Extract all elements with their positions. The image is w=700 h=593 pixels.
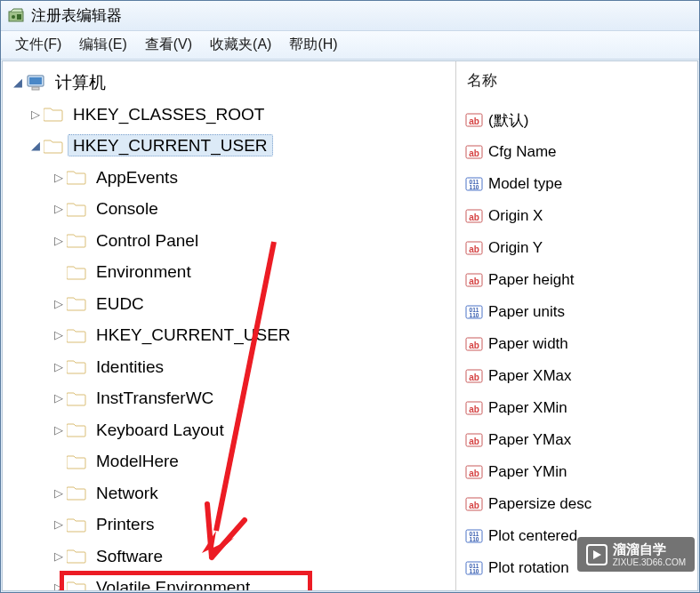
- menu-file[interactable]: 文件(F): [6, 32, 70, 58]
- value-item[interactable]: Cfg Name: [456, 136, 697, 168]
- tree-node-appevents[interactable]: ▷AppEvents: [6, 162, 455, 194]
- tree-label: Keyboard Layout: [91, 419, 229, 441]
- value-item[interactable]: Paper YMax: [456, 424, 697, 456]
- expander-icon[interactable]: ▷: [52, 487, 65, 499]
- tree-node-environment[interactable]: Environment: [6, 256, 455, 288]
- expander-icon[interactable]: ▷: [52, 298, 65, 309]
- tree-node-software[interactable]: ▷Software: [6, 541, 455, 573]
- value-item[interactable]: Paper YMin: [456, 456, 697, 488]
- folder-icon: [67, 358, 86, 374]
- value-name: Origin Y: [488, 239, 543, 257]
- folder-icon: [67, 517, 86, 533]
- tree-label: Volatile Environment: [91, 576, 255, 590]
- folder-icon: [44, 106, 63, 122]
- svg-rect-10: [17, 14, 21, 20]
- menu-edit[interactable]: 编辑(E): [70, 32, 135, 58]
- expander-icon[interactable]: ◢: [12, 76, 24, 88]
- tree-node-eudc[interactable]: ▷EUDC: [6, 288, 455, 320]
- expander-icon[interactable]: ▷: [52, 518, 65, 530]
- tree-node-hkcu2[interactable]: ▷HKEY_CURRENT_USER: [6, 319, 455, 351]
- tree-label: InstTransferWC: [91, 387, 219, 409]
- menu-favorites[interactable]: 收藏夹(A): [201, 32, 280, 58]
- tree-node-identities[interactable]: ▷Identities: [6, 351, 455, 383]
- svg-point-9: [12, 15, 15, 19]
- tree-node-network[interactable]: ▷Network: [6, 477, 455, 509]
- tree-label: HKEY_CLASSES_ROOT: [68, 103, 270, 125]
- expander-icon[interactable]: ▷: [52, 392, 65, 404]
- column-header-name[interactable]: 名称: [456, 67, 697, 99]
- tree-node-insttransfer[interactable]: ▷InstTransferWC: [6, 382, 455, 414]
- folder-icon: [67, 485, 86, 501]
- regedit-window: 注册表编辑器 文件(F) 编辑(E) 查看(V) 收藏夹(A) 帮助(H) ◢ …: [0, 0, 700, 593]
- folder-icon: [67, 295, 86, 311]
- value-item[interactable]: Paper XMax: [456, 360, 697, 392]
- value-name: Plot centered: [488, 527, 577, 545]
- tree-node-computer[interactable]: ◢ 计算机: [6, 67, 455, 99]
- watermark-text: 溜溜自学: [613, 541, 686, 557]
- values-pane[interactable]: 名称 (默认)Cfg NameModel typeOrigin XOrigin …: [456, 61, 697, 590]
- binary-value-icon: [465, 527, 483, 545]
- folder-icon: [67, 453, 86, 469]
- string-value-icon: [465, 431, 483, 449]
- expander-icon[interactable]: ▷: [52, 361, 65, 373]
- value-name: Plot rotation: [488, 559, 569, 577]
- expander-icon[interactable]: ▷: [52, 203, 65, 214]
- value-item[interactable]: Model type: [456, 168, 697, 200]
- binary-value-icon: [465, 559, 483, 577]
- string-value-icon: [465, 111, 483, 129]
- window-title: 注册表编辑器: [31, 5, 122, 26]
- tree-node-console[interactable]: ▷Console: [6, 193, 455, 225]
- expander-icon[interactable]: ▷: [52, 581, 65, 590]
- tree-node-controlpanel[interactable]: ▷Control Panel: [6, 225, 455, 257]
- tree-pane[interactable]: ◢ 计算机 ▷ HKEY_CLASSES_ROOT ◢ HKEY_CURRENT…: [3, 61, 456, 590]
- value-item[interactable]: Paper units: [456, 296, 697, 328]
- play-icon: [586, 544, 607, 565]
- titlebar[interactable]: 注册表编辑器: [1, 1, 699, 31]
- value-name: (默认): [488, 110, 528, 131]
- value-item[interactable]: Paper width: [456, 328, 697, 360]
- expander-icon[interactable]: ▷: [52, 550, 65, 562]
- tree-node-hkcu[interactable]: ◢ HKEY_CURRENT_USER: [6, 130, 455, 162]
- watermark-url: ZIXUE.3D66.COM: [613, 557, 686, 568]
- string-value-icon: [465, 207, 483, 225]
- value-item[interactable]: Origin Y: [456, 232, 697, 264]
- menu-help[interactable]: 帮助(H): [280, 32, 346, 58]
- folder-icon: [67, 201, 86, 217]
- expander-icon[interactable]: ▷: [52, 424, 65, 436]
- tree-label: HKEY_CURRENT_USER: [68, 134, 273, 156]
- tree-node-modelhere[interactable]: ModelHere: [6, 445, 455, 477]
- expander-icon[interactable]: ▷: [29, 108, 42, 120]
- string-value-icon: [465, 463, 483, 481]
- expander-icon[interactable]: ▷: [52, 172, 65, 183]
- value-name: Papersize desc: [488, 495, 591, 513]
- value-name: Paper width: [488, 335, 568, 353]
- content-area: ◢ 计算机 ▷ HKEY_CLASSES_ROOT ◢ HKEY_CURRENT…: [2, 60, 698, 591]
- tree-label: Printers: [91, 513, 159, 535]
- value-name: Cfg Name: [488, 143, 557, 161]
- value-item[interactable]: Paper height: [456, 264, 697, 296]
- menu-view[interactable]: 查看(V): [136, 32, 201, 58]
- app-icon: [8, 8, 24, 24]
- value-name: Paper units: [488, 303, 565, 321]
- tree-node-hkcr[interactable]: ▷ HKEY_CLASSES_ROOT: [6, 99, 455, 131]
- value-item[interactable]: Papersize desc: [456, 488, 697, 520]
- expander-icon[interactable]: ◢: [29, 140, 42, 151]
- folder-icon: [67, 390, 86, 406]
- value-item[interactable]: Paper XMin: [456, 392, 697, 424]
- expander-icon[interactable]: ▷: [52, 329, 65, 341]
- expander-icon[interactable]: ▷: [52, 235, 65, 246]
- folder-icon: [67, 232, 86, 248]
- tree-node-printers[interactable]: ▷Printers: [6, 509, 455, 541]
- string-value-icon: [465, 399, 483, 417]
- tree-node-volatile[interactable]: ▷Volatile Environment: [6, 572, 455, 590]
- tree-node-keyboard[interactable]: ▷Keyboard Layout: [6, 414, 455, 446]
- menubar: 文件(F) 编辑(E) 查看(V) 收藏夹(A) 帮助(H): [1, 31, 699, 60]
- binary-value-icon: [465, 175, 483, 193]
- value-item[interactable]: Origin X: [456, 200, 697, 232]
- value-item[interactable]: (默认): [456, 104, 697, 136]
- computer-icon: [26, 75, 45, 91]
- tree-label: HKEY_CURRENT_USER: [91, 324, 296, 346]
- value-name: Model type: [488, 175, 562, 193]
- string-value-icon: [465, 239, 483, 257]
- value-name: Paper XMax: [488, 367, 572, 385]
